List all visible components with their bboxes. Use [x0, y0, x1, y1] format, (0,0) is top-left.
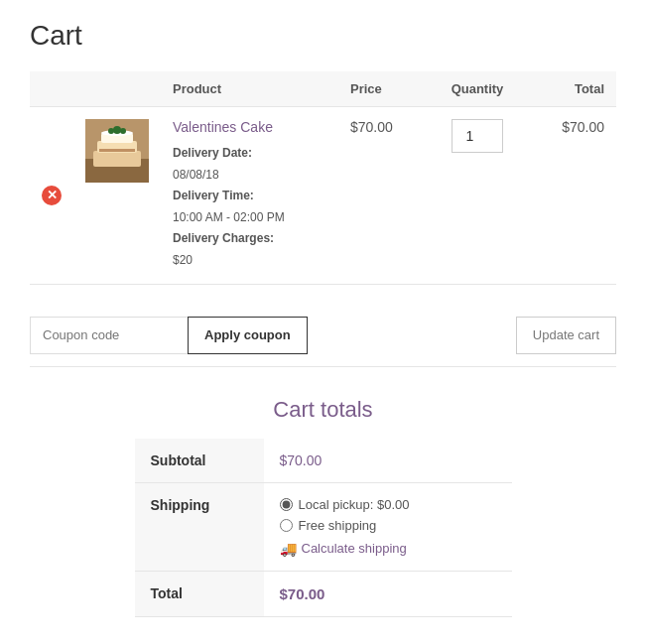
- svg-point-8: [120, 128, 126, 134]
- delivery-time-row: Delivery Time:: [173, 186, 326, 207]
- coupon-input[interactable]: [30, 317, 189, 354]
- subtotal-amount: $70.00: [280, 452, 323, 468]
- delivery-time-label: Delivery Time:: [173, 189, 254, 202]
- totals-table: Subtotal $70.00 Shipping Local pickup: $…: [135, 439, 512, 617]
- product-thumb-cell: [73, 107, 161, 285]
- cart-actions: Apply coupon Update cart: [30, 305, 616, 367]
- update-cart-button[interactable]: Update cart: [516, 317, 616, 354]
- product-price-cell: $70.00: [338, 107, 428, 285]
- product-meta: Delivery Date: 08/08/18 Delivery Time: 1…: [173, 143, 326, 272]
- delivery-date-label: Delivery Date:: [173, 146, 252, 160]
- free-shipping-option[interactable]: Free shipping: [280, 518, 496, 533]
- product-qty-cell: [428, 107, 527, 285]
- col-thumb-header: [73, 71, 161, 107]
- svg-point-6: [113, 126, 121, 134]
- free-shipping-label: Free shipping: [299, 518, 377, 533]
- delivery-charges-label: Delivery Charges:: [173, 231, 274, 245]
- coupon-area: Apply coupon: [30, 317, 308, 354]
- delivery-charges-row: Delivery Charges:: [173, 228, 326, 250]
- remove-cell: ✕: [30, 107, 73, 285]
- svg-point-7: [108, 128, 114, 134]
- subtotal-row: Subtotal $70.00: [135, 439, 512, 483]
- product-name-link[interactable]: Valentines Cake: [173, 119, 326, 135]
- col-price-header: Price: [338, 71, 428, 107]
- delivery-date-row: Delivery Date:: [173, 143, 326, 165]
- delivery-charges-value: $20: [173, 250, 326, 272]
- cart-totals-title: Cart totals: [273, 397, 372, 423]
- free-shipping-radio[interactable]: [280, 519, 293, 532]
- product-thumbnail: [85, 119, 149, 183]
- svg-rect-2: [93, 151, 141, 167]
- calculate-shipping-link[interactable]: 🚚 Calculate shipping: [280, 541, 496, 557]
- apply-coupon-button[interactable]: Apply coupon: [188, 317, 308, 354]
- shipping-options: Local pickup: $0.00 Free shipping: [280, 497, 496, 533]
- cart-table: Product Price Quantity Total ✕: [30, 71, 616, 285]
- total-row: Total $70.00: [135, 571, 512, 616]
- local-pickup-option[interactable]: Local pickup: $0.00: [280, 497, 496, 512]
- subtotal-label: Subtotal: [135, 439, 264, 483]
- quantity-input[interactable]: [452, 119, 503, 153]
- total-amount: $70.00: [280, 585, 325, 602]
- col-product-header: Product: [161, 71, 338, 107]
- delivery-date-value: 08/08/18: [173, 165, 326, 187]
- table-row: ✕: [30, 107, 616, 285]
- shipping-row: Shipping Local pickup: $0.00 Free shippi…: [135, 482, 512, 571]
- col-remove-header: [30, 71, 73, 107]
- page-title: Cart: [30, 20, 616, 52]
- cart-totals-section: Cart totals Subtotal $70.00 Shipping Loc…: [30, 397, 616, 617]
- shipping-options-cell: Local pickup: $0.00 Free shipping 🚚 Calc…: [264, 482, 512, 571]
- product-info-cell: Valentines Cake Delivery Date: 08/08/18 …: [161, 107, 338, 285]
- product-total-cell: $70.00: [527, 107, 616, 285]
- truck-icon: 🚚: [280, 541, 297, 557]
- local-pickup-label: Local pickup: $0.00: [299, 497, 410, 512]
- delivery-time-value: 10:00 AM - 02:00 PM: [173, 207, 326, 229]
- remove-item-button[interactable]: ✕: [42, 186, 62, 205]
- local-pickup-radio[interactable]: [280, 498, 293, 511]
- total-value-cell: $70.00: [264, 571, 512, 616]
- subtotal-value: $70.00: [264, 439, 512, 483]
- total-label: Total: [135, 571, 264, 616]
- shipping-label: Shipping: [135, 482, 264, 571]
- col-qty-header: Quantity: [428, 71, 527, 107]
- calc-shipping-label: Calculate shipping: [302, 541, 407, 556]
- col-total-header: Total: [527, 71, 616, 107]
- svg-rect-9: [99, 149, 135, 152]
